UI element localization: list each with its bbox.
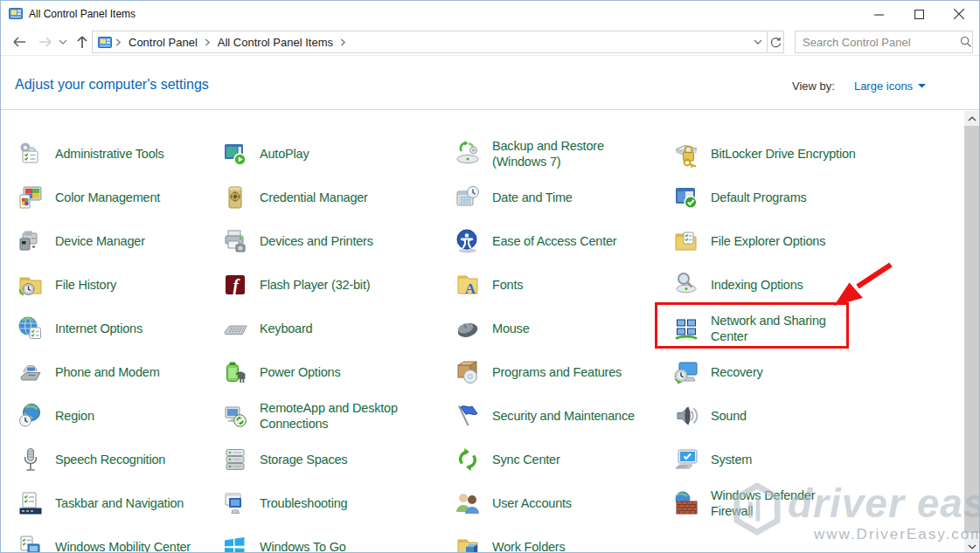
control-panel-item[interactable]: BitLocker Drive Encryption	[672, 132, 966, 176]
address-history-dropdown[interactable]	[749, 31, 767, 52]
control-panel-item[interactable]: System	[672, 438, 966, 481]
security-maintenance-icon	[454, 402, 482, 430]
forward-button[interactable]	[34, 31, 57, 53]
up-button[interactable]	[71, 31, 94, 53]
breadcrumb-control-panel[interactable]: Control Panel	[125, 36, 201, 49]
control-panel-item[interactable]: Work Folders	[454, 525, 672, 553]
control-panel-item-label: Administrative Tools	[55, 146, 164, 162]
control-panel-item[interactable]: AFonts	[454, 263, 672, 307]
control-panel-item[interactable]: Power Options	[221, 350, 454, 394]
control-panel-item[interactable]: fFlash Player (32-bit)	[221, 263, 454, 307]
control-panel-item-label: Devices and Printers	[260, 233, 373, 249]
control-panel-item[interactable]: Credential Manager	[221, 176, 454, 219]
phone-modem-icon	[17, 358, 45, 386]
control-panel-item-label: Mouse	[492, 321, 530, 336]
devices-printers-icon	[221, 227, 249, 255]
control-panel-item-label: System	[711, 452, 752, 467]
programs-features-icon	[454, 358, 482, 386]
search-icon[interactable]	[960, 36, 972, 48]
control-panel-item[interactable]: Security and Maintenance	[454, 394, 672, 438]
back-arrow-icon	[11, 35, 27, 49]
control-panel-item-label: Sync Center	[492, 452, 560, 467]
breadcrumb-all-control-panel-items[interactable]: All Control Panel Items	[214, 36, 337, 49]
items-grid: Administrative ToolsAutoPlayBackup and R…	[1, 111, 966, 553]
control-panel-item[interactable]: Keyboard	[221, 307, 454, 350]
control-panel-item[interactable]: File Explorer Options	[672, 219, 966, 263]
view-by-caret-icon[interactable]	[918, 84, 926, 88]
system-icon	[672, 446, 700, 474]
refresh-icon	[770, 37, 782, 48]
recovery-icon	[672, 358, 700, 386]
control-panel-item[interactable]: AutoPlay	[221, 132, 454, 176]
control-panel-item-label: BitLocker Drive Encryption	[711, 146, 856, 162]
bitlocker-icon	[672, 140, 700, 168]
control-panel-item[interactable]: Windows To Go	[221, 525, 454, 553]
control-panel-item-label: Windows Defender Firewall	[711, 487, 815, 519]
close-icon	[954, 9, 964, 19]
minimize-button[interactable]	[858, 1, 899, 27]
address-bar[interactable]: Control Panel All Control Panel Items	[92, 31, 768, 53]
view-by-label: View by:	[792, 79, 835, 93]
maximize-button[interactable]	[899, 1, 939, 27]
control-panel-item-label: RemoteApp and Desktop Connections	[260, 400, 398, 432]
control-panel-item[interactable]: User Accounts	[454, 481, 672, 525]
control-panel-item[interactable]: Region	[17, 394, 221, 438]
control-panel-item-label: Network and Sharing Center	[711, 313, 826, 344]
control-panel-item-label: File History	[55, 277, 116, 293]
file-explorer-options-icon	[672, 227, 700, 255]
control-panel-location-icon	[98, 37, 112, 48]
control-panel-item[interactable]: Administrative Tools	[17, 132, 221, 176]
refresh-button[interactable]	[768, 31, 784, 53]
control-panel-item[interactable]: Taskbar and Navigation	[17, 481, 221, 525]
admin-tools-icon	[17, 140, 45, 168]
control-panel-item[interactable]: Devices and Printers	[221, 219, 454, 263]
control-panel-item[interactable]: Phone and Modem	[17, 350, 221, 394]
control-panel-item[interactable]: Color Management	[17, 176, 221, 219]
control-panel-item[interactable]: Mouse	[454, 307, 672, 350]
control-panel-item[interactable]: RemoteApp and Desktop Connections	[221, 394, 454, 438]
control-panel-item[interactable]: Troubleshooting	[221, 481, 454, 525]
device-manager-icon	[17, 227, 45, 255]
ease-of-access-icon	[454, 227, 482, 255]
control-panel-item[interactable]: Backup and Restore (Windows 7)	[454, 132, 672, 176]
chevron-down-icon	[968, 544, 977, 550]
control-panel-item[interactable]: Internet Options	[17, 307, 221, 350]
control-panel-item[interactable]: Programs and Features	[454, 350, 672, 394]
storage-spaces-icon	[221, 446, 249, 474]
back-button[interactable]	[8, 31, 31, 53]
control-panel-item-label: Default Programs	[711, 190, 807, 205]
control-panel-item[interactable]: Sync Center	[454, 438, 672, 481]
chevron-down-icon	[59, 39, 67, 45]
control-panel-item[interactable]: Storage Spaces	[221, 438, 454, 481]
recent-locations-button[interactable]	[55, 31, 71, 53]
vertical-scrollbar[interactable]	[964, 111, 979, 553]
control-panel-item[interactable]: Date and Time	[454, 176, 672, 219]
control-panel-item[interactable]: Network and Sharing Center	[672, 307, 966, 350]
scrollbar-thumb[interactable]	[964, 126, 979, 533]
control-panel-item-label: Flash Player (32-bit)	[260, 277, 370, 293]
mouse-icon	[454, 315, 482, 342]
network-sharing-icon	[672, 315, 700, 342]
scroll-down-button[interactable]	[964, 539, 979, 553]
close-button[interactable]	[939, 1, 979, 27]
troubleshooting-icon	[221, 489, 249, 517]
control-panel-item[interactable]: Default Programs	[672, 176, 966, 219]
control-panel-item[interactable]: Indexing Options	[672, 263, 966, 307]
autoplay-icon	[221, 140, 249, 168]
windows-to-go-icon	[221, 533, 249, 553]
region-icon	[17, 402, 45, 430]
page-title: Adjust your computer's settings	[15, 77, 209, 93]
control-panel-item-label: Programs and Features	[492, 364, 622, 380]
control-panel-item[interactable]: Windows Mobility Center	[17, 525, 221, 553]
search-input[interactable]	[796, 36, 960, 49]
control-panel-item[interactable]: Ease of Access Center	[454, 219, 672, 263]
scroll-up-button[interactable]	[964, 111, 979, 126]
default-programs-icon	[672, 183, 700, 211]
control-panel-item[interactable]: Device Manager	[17, 219, 221, 263]
control-panel-item[interactable]: File History	[17, 263, 221, 307]
control-panel-item[interactable]: Sound	[672, 394, 966, 438]
control-panel-item[interactable]: Speech Recognition	[17, 438, 221, 481]
view-by-dropdown[interactable]: Large icons	[854, 79, 913, 93]
control-panel-item[interactable]: Recovery	[672, 350, 966, 394]
control-panel-item[interactable]: Windows Defender Firewall	[672, 481, 966, 525]
